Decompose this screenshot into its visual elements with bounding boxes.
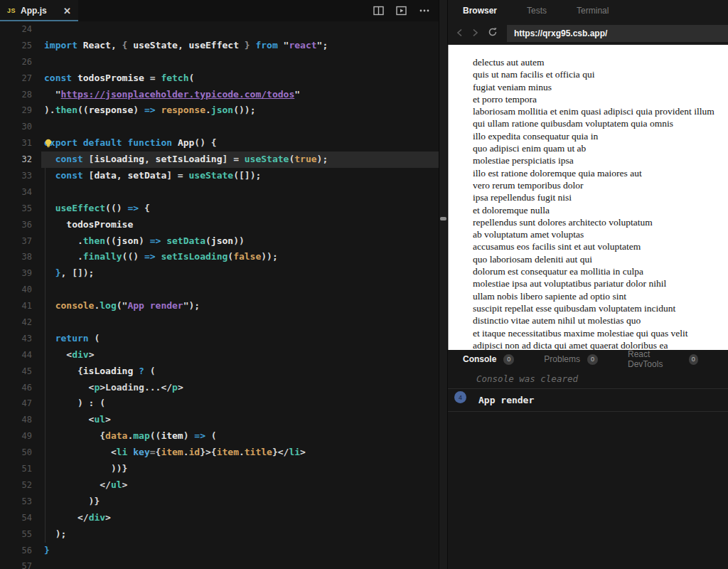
- url-bar[interactable]: https://qrxg95.csb.app/: [507, 25, 728, 42]
- code-line[interactable]: 47 ) : (: [0, 395, 439, 412]
- todo-item: molestiae ipsa aut voluptatibus pariatur…: [473, 277, 728, 289]
- code-line[interactable]: 38 .finally(() => setIsLoading(false));: [0, 249, 439, 265]
- code-line[interactable]: 53 )}: [0, 494, 439, 510]
- code-line[interactable]: 42: [0, 314, 439, 331]
- code-line[interactable]: 48 <ul>: [0, 412, 439, 428]
- line-number: 28: [0, 87, 44, 103]
- line-number: 46: [0, 380, 44, 396]
- code-line[interactable]: 40: [0, 282, 439, 298]
- code-line[interactable]: 32 const [isLoading, setIsLoading] = use…: [0, 151, 439, 168]
- code-line[interactable]: 51 ))}: [0, 461, 439, 477]
- code-line[interactable]: 35 useEffect(() => {: [0, 201, 439, 217]
- code-line[interactable]: 44 <div>: [0, 347, 439, 363]
- code-line[interactable]: 30: [0, 119, 439, 135]
- code-line[interactable]: 25import React, { useState, useEffect } …: [0, 38, 439, 54]
- code-line[interactable]: 54 </div>: [0, 510, 439, 526]
- console-tab-console[interactable]: Console0: [463, 354, 514, 365]
- todo-item: illo expedita consequatur quia in: [473, 130, 728, 142]
- todo-item: distinctio vitae autem nihil ut molestia…: [473, 314, 728, 326]
- code-line[interactable]: 37 .then((json) => setData(json)): [0, 233, 439, 250]
- line-number: 56: [0, 543, 44, 559]
- code-line[interactable]: 52 </ul>: [0, 477, 439, 494]
- line-number: 30: [0, 119, 44, 135]
- todo-item: repellendus sunt dolores architecto volu…: [473, 216, 728, 228]
- tab-label: App.js: [21, 6, 59, 16]
- code-line[interactable]: 33 const [data, setData] = useState([]);: [0, 168, 439, 184]
- browser-nav-icons: [448, 27, 507, 40]
- line-number: 37: [0, 233, 44, 250]
- code-line[interactable]: 36 todosPromise: [0, 217, 439, 233]
- todo-item: laboriosam mollitia et enim quasi adipis…: [473, 105, 728, 117]
- line-number: 42: [0, 314, 44, 331]
- line-number: 31: [0, 135, 44, 151]
- code-line[interactable]: 29).then((response) => response.json());: [0, 102, 439, 119]
- console-tab-problems[interactable]: Problems0: [544, 354, 598, 365]
- code-line[interactable]: 27const todosPromise = fetch(: [0, 70, 439, 87]
- todo-list: delectus aut autemquis ut nam facilis et…: [449, 56, 728, 350]
- forward-icon[interactable]: [472, 27, 478, 40]
- todo-item: delectus aut autem: [473, 56, 728, 68]
- console-log-row[interactable]: 4 App render: [448, 388, 728, 412]
- todo-item: suscipit repellat esse quibusdam volupta…: [473, 302, 728, 314]
- line-number: 33: [0, 168, 44, 184]
- code-line[interactable]: 28 "https://jsonplaceholder.typicode.com…: [0, 87, 439, 103]
- preview-tab-tests[interactable]: Tests: [527, 6, 547, 16]
- todo-item: ab voluptatum amet voluptas: [473, 228, 728, 240]
- console-tab-label: Problems: [544, 354, 580, 364]
- code-line[interactable]: 41 console.log("App render");: [0, 298, 439, 314]
- line-number: 41: [0, 298, 44, 314]
- split-editor-icon[interactable]: [373, 6, 384, 16]
- line-number: 40: [0, 282, 44, 298]
- code-lines: 2425import React, { useState, useEffect …: [0, 21, 439, 569]
- quick-fix-lightbulb-icon[interactable]: [44, 138, 53, 151]
- code-line[interactable]: 31export default function App() {: [0, 135, 439, 151]
- line-number: 52: [0, 477, 44, 494]
- code-line[interactable]: 45 {isLoading ? (: [0, 363, 439, 380]
- todo-item: ipsa repellendus fugit nisi: [473, 191, 728, 203]
- javascript-file-icon: JS: [7, 7, 16, 14]
- console-panel: Console0Problems0React DevTools0 Console…: [448, 350, 728, 569]
- todo-item: quo adipisci enim quam ut ab: [473, 142, 728, 154]
- todo-item: accusamus eos facilis sint et aut volupt…: [473, 240, 728, 252]
- more-actions-icon[interactable]: [419, 6, 430, 16]
- todo-item: quo laboriosam deleniti aut qui: [473, 253, 728, 265]
- back-icon[interactable]: [456, 27, 463, 40]
- code-line[interactable]: 34: [0, 184, 439, 201]
- preview-tab-terminal[interactable]: Terminal: [577, 6, 609, 16]
- code-line[interactable]: 39 }, []);: [0, 265, 439, 282]
- resizer-handle[interactable]: [440, 217, 446, 220]
- code-editor[interactable]: 2425import React, { useState, useEffect …: [0, 21, 439, 569]
- line-number: 55: [0, 526, 44, 543]
- panel-resizer[interactable]: [439, 0, 448, 569]
- preview-tab-browser[interactable]: Browser: [463, 6, 497, 16]
- line-number: 32: [0, 151, 44, 168]
- tab-appjs[interactable]: JS App.js ✕: [0, 0, 78, 21]
- todo-item: quis ut nam facilis et officia qui: [473, 68, 728, 80]
- browser-preview[interactable]: delectus aut autemquis ut nam facilis et…: [448, 45, 728, 350]
- line-number: 54: [0, 510, 44, 526]
- code-line[interactable]: 57: [0, 558, 439, 569]
- todo-item: et itaque necessitatibus maxime molestia…: [473, 327, 728, 339]
- line-number: 43: [0, 331, 44, 347]
- code-line[interactable]: 50 <li key={item.id}>{item.title}</li>: [0, 445, 439, 461]
- line-number: 45: [0, 363, 44, 380]
- todo-item: illo est ratione doloremque quia maiores…: [473, 167, 728, 179]
- console-tab-react-devtools[interactable]: React DevTools0: [628, 349, 698, 369]
- code-line[interactable]: 46 <p>Loading...</p>: [0, 380, 439, 396]
- code-line[interactable]: 26: [0, 54, 439, 70]
- log-count-badge: 4: [454, 391, 466, 403]
- line-number: 47: [0, 395, 44, 412]
- todo-item: et doloremque nulla: [473, 204, 728, 216]
- count-badge: 0: [587, 354, 598, 365]
- open-preview-icon[interactable]: [396, 6, 407, 16]
- code-line[interactable]: 24: [0, 21, 439, 38]
- refresh-icon[interactable]: [488, 27, 498, 40]
- line-number: 35: [0, 201, 44, 217]
- code-line[interactable]: 55 );: [0, 526, 439, 543]
- close-tab-icon[interactable]: ✕: [63, 6, 71, 16]
- code-line[interactable]: 43 return (: [0, 331, 439, 347]
- code-line[interactable]: 49 {data.map((item) => (: [0, 428, 439, 445]
- todo-item: dolorum est consequatur ea mollitia in c…: [473, 265, 728, 277]
- todo-item: adipisci non ad dicta qui amet quaerat d…: [473, 339, 728, 350]
- code-line[interactable]: 56}: [0, 543, 439, 559]
